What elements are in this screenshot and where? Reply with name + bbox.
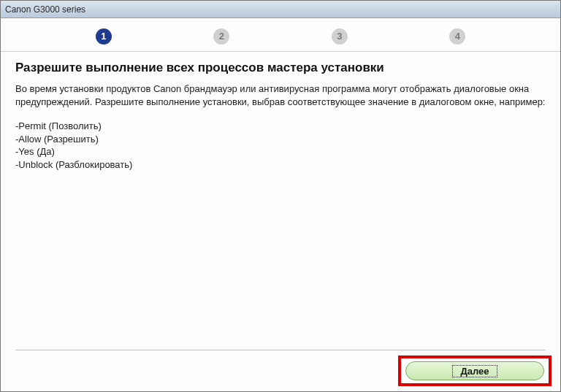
options-list: -Permit (Позволить) -Allow (Разрешить) -… xyxy=(15,120,546,171)
step-2: 2 xyxy=(213,28,229,45)
step-1-active: 1 xyxy=(96,28,112,45)
next-button-highlight: Далее xyxy=(398,356,552,386)
page-heading: Разрешите выполнение всех процессов маст… xyxy=(15,61,546,75)
content-spacer xyxy=(15,171,546,350)
window-title: Canon G3000 series xyxy=(5,4,85,15)
installer-window: Canon G3000 series 1 2 3 4 Разрешите вып… xyxy=(0,0,561,392)
next-button[interactable]: Далее xyxy=(405,361,544,380)
option-unblock: -Unblock (Разблокировать) xyxy=(15,158,546,172)
option-permit: -Permit (Позволить) xyxy=(15,120,546,133)
step-indicator: 1 2 3 4 xyxy=(1,18,560,52)
content-area: Разрешите выполнение всех процессов маст… xyxy=(1,52,560,350)
step-3: 3 xyxy=(332,28,348,45)
window-titlebar: Canon G3000 series xyxy=(1,1,560,18)
option-allow: -Allow (Разрешить) xyxy=(15,133,546,146)
body-text: Во время установки продуктов Canon бранд… xyxy=(15,82,546,108)
option-yes: -Yes (Да) xyxy=(15,145,546,158)
next-button-label: Далее xyxy=(452,365,497,377)
footer-bar: Далее xyxy=(1,350,560,391)
step-4: 4 xyxy=(449,28,465,45)
